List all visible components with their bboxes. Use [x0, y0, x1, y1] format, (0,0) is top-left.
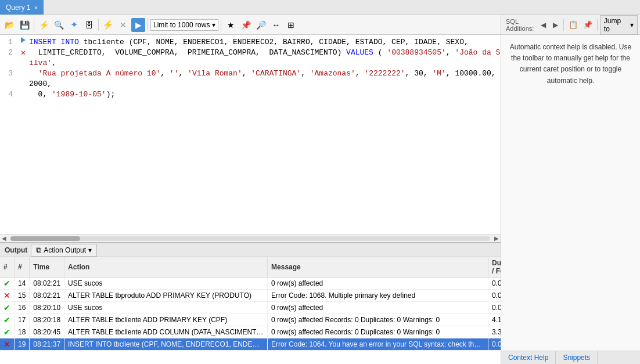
refresh-button[interactable]: ⚡	[37, 18, 51, 32]
action-output-button[interactable]: ⧉ Action Output ▾	[31, 244, 97, 257]
execute-button[interactable]: ⚡	[101, 18, 115, 32]
right-icon1-button[interactable]: 📋	[566, 18, 580, 32]
separator-1	[34, 19, 34, 31]
row-status: ✕	[0, 290, 15, 302]
search-button[interactable]: 🔎	[254, 18, 268, 32]
find-button[interactable]: 🔍	[52, 18, 66, 32]
row-duration: 0.000 sec	[488, 290, 501, 302]
output-header: Output ⧉ Action Output ▾	[0, 243, 501, 257]
table-header-row: # # Time Action Message Duration / Fetch	[0, 257, 501, 277]
table-row[interactable]: ✔ 16 08:20:10 USE sucos 0 row(s) affecte…	[0, 302, 501, 314]
context-help-label: Context Help	[508, 354, 548, 362]
arrow-icon	[21, 37, 26, 43]
row-message: 0 row(s) affected Records: 0 Duplicates:…	[268, 326, 488, 338]
tab-label: Query 1	[6, 3, 31, 12]
row-duration: 0.000 sec	[488, 338, 501, 351]
code-lines: 1 INSERT INTO tbcliente (CPF, NOME, ENDE…	[0, 35, 501, 102]
status-error-icon: ✕	[3, 291, 10, 300]
line-indicator-1	[17, 37, 29, 43]
table-row[interactable]: ✕ 19 08:21:37 INSERT INTO tbcliente (CPF…	[0, 338, 501, 351]
nav-forward-button[interactable]: ▶	[550, 19, 561, 31]
limit-arrow: ▾	[212, 21, 215, 29]
jump-label: Jump to	[604, 17, 628, 33]
col-time: Time	[30, 257, 64, 277]
status-ok-icon: ✔	[3, 303, 10, 312]
row-action: ALTER TABLE tbproduto ADD PRIMARY KEY (P…	[64, 290, 268, 302]
table-row[interactable]: ✔ 17 08:20:18 ALTER TABLE tbcliente ADD …	[0, 314, 501, 326]
row-message: Error Code: 1068. Multiple primary key d…	[268, 290, 488, 302]
scroll-right-button[interactable]: ▶	[492, 235, 501, 243]
row-num: 14	[15, 277, 30, 290]
row-action: INSERT INTO tbcliente (CPF, NOME, ENDERE…	[64, 338, 268, 351]
scroll-thumb[interactable]	[10, 236, 80, 241]
scroll-left-button[interactable]: ◀	[0, 235, 8, 243]
toolbar: 📂 💾 ⚡ 🔍 ✦ 🗄 ⚡ ✕ ▶ Limit to 1000 rows ▾ ★…	[0, 15, 501, 35]
explain-button[interactable]: ▶	[131, 18, 145, 32]
pin-button[interactable]: 📌	[239, 18, 253, 32]
status-error-icon: ✕	[3, 340, 10, 349]
row-message: 0 row(s) affected Records: 0 Duplicates:…	[268, 314, 488, 326]
line-number-2: 2	[0, 48, 17, 58]
separator-2	[98, 19, 99, 31]
row-message: 0 row(s) affected	[268, 302, 488, 314]
snippets-label: Snippets	[563, 354, 590, 362]
table-row[interactable]: ✔ 18 08:20:45 ALTER TABLE tbcliente ADD …	[0, 326, 501, 338]
col-action: Action	[64, 257, 268, 277]
output-table[interactable]: # # Time Action Message Duration / Fetch…	[0, 257, 501, 364]
limit-select[interactable]: Limit to 1000 rows ▾	[150, 19, 218, 31]
col-message: Message	[268, 257, 488, 277]
sql-additions-title: SQL Additions:	[504, 18, 536, 32]
line-content-2: LIMITE_CREDITO, VOLUME_COMPRA, PRIMEIRA_…	[29, 48, 501, 69]
open-button[interactable]: 📂	[2, 18, 16, 32]
main-container: 📂 💾 ⚡ 🔍 ✦ 🗄 ⚡ ✕ ▶ Limit to 1000 rows ▾ ★…	[0, 15, 640, 364]
limit-label: Limit to 1000 rows	[153, 21, 210, 29]
line-content-1: INSERT INTO tbcliente (CPF, NOME, ENDERE…	[29, 37, 501, 48]
code-line-1: 1 INSERT INTO tbcliente (CPF, NOME, ENDE…	[0, 37, 501, 48]
scroll-track[interactable]	[10, 236, 490, 241]
line-indicator-2: ✕	[17, 48, 29, 58]
line-number-1: 1	[0, 37, 17, 48]
status-ok-icon: ✔	[3, 315, 10, 325]
right-tabs: Context Help Snippets	[501, 351, 640, 364]
row-duration: 3.375 sec	[488, 326, 501, 338]
row-time: 08:02:21	[30, 277, 64, 290]
more-button[interactable]: ⊞	[284, 18, 298, 32]
table-row[interactable]: ✕ 15 08:02:21 ALTER TABLE tbproduto ADD …	[0, 290, 501, 302]
select-button[interactable]: ✦	[67, 18, 81, 32]
db-button[interactable]: 🗄	[82, 18, 96, 32]
results-table: # # Time Action Message Duration / Fetch…	[0, 257, 501, 351]
code-line-3: 3 'Rua projetada A número 10', '', 'Vila…	[0, 69, 501, 89]
code-editor[interactable]: 1 INSERT INTO tbcliente (CPF, NOME, ENDE…	[0, 35, 501, 234]
query-tab[interactable]: Query 1 ×	[0, 0, 44, 15]
action-output-label: Action Output	[44, 246, 86, 254]
row-num: 18	[15, 326, 30, 338]
nav-back-button[interactable]: ◀	[537, 19, 548, 31]
status-ok-icon: ✔	[3, 279, 10, 288]
dropdown-arrow: ▾	[88, 246, 92, 254]
row-action: USE sucos	[64, 277, 268, 290]
output-rows: ✔ 14 08:02:21 USE sucos 0 row(s) affecte…	[0, 277, 501, 351]
stop-button[interactable]: ✕	[116, 18, 130, 32]
snippets-tab[interactable]: Snippets	[556, 351, 598, 364]
output-area: Output ⧉ Action Output ▾ # # Time Action	[0, 242, 501, 364]
row-num: 16	[15, 302, 30, 314]
right-icon2-button[interactable]: 📌	[581, 18, 594, 32]
wrap-button[interactable]: ↔	[269, 18, 283, 32]
code-line-4: 4 0, '1989-10-05');	[0, 89, 501, 100]
table-row[interactable]: ✔ 14 08:02:21 USE sucos 0 row(s) affecte…	[0, 277, 501, 290]
row-duration: 0.000 sec	[488, 302, 501, 314]
row-action: USE sucos	[64, 302, 268, 314]
right-panel: SQL Additions: ◀ ▶ 📋 📌 Jump to ▾ Automat…	[501, 15, 640, 364]
row-time: 08:20:18	[30, 314, 64, 326]
horizontal-scrollbar[interactable]: ◀ ▶	[0, 234, 501, 242]
right-toolbar: SQL Additions: ◀ ▶ 📋 📌 Jump to ▾	[501, 15, 640, 35]
line-content-3: 'Rua projetada A número 10', '', 'Vila R…	[29, 69, 501, 89]
context-help-tab[interactable]: Context Help	[501, 351, 556, 364]
row-message: Error Code: 1064. You have an error in y…	[268, 338, 488, 351]
star-button[interactable]: ★	[224, 18, 238, 32]
jump-to-button[interactable]: Jump to ▾	[600, 15, 638, 35]
tab-close-button[interactable]: ×	[34, 4, 38, 11]
jump-arrow: ▾	[630, 21, 634, 29]
line-number-3: 3	[0, 69, 17, 79]
save-button[interactable]: 💾	[17, 18, 31, 32]
